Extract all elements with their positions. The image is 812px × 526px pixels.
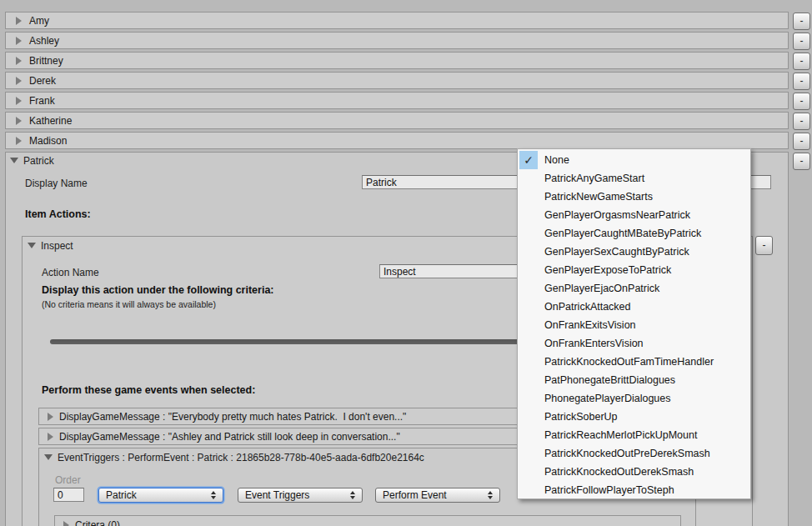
- menu-item[interactable]: OnFrankEntersVision: [518, 334, 750, 353]
- criteria-note: (No criteria means it will always be ava…: [42, 299, 216, 309]
- menu-item-label: GenPlayerCaughtMBateByPatrick: [544, 228, 701, 239]
- game-event-label: DisplayGameMessage : "Everybody pretty m…: [59, 411, 406, 423]
- remove-item-button[interactable]: -: [793, 153, 810, 170]
- remove-item-button[interactable]: -: [793, 33, 810, 50]
- menu-item[interactable]: PatrickKnockedOutDerekSmash: [518, 463, 750, 481]
- criteria-heading: Display this action under the following …: [42, 284, 274, 296]
- foldout-collapsed-icon: [48, 413, 53, 421]
- patrick-foldout-label[interactable]: Patrick: [23, 155, 54, 167]
- menu-item-label: OnFrankEntersVision: [544, 338, 644, 349]
- menu-item-label: GenPlayerEjacOnPatrick: [544, 283, 659, 294]
- foldout-collapsed-icon: [16, 37, 22, 45]
- menu-item-label: PatrickAnyGameStart: [544, 173, 644, 184]
- menu-item-label: GenPlayerOrgasmsNearPatrick: [544, 209, 690, 221]
- menu-item-label: PhonegatePlayerDialogues: [544, 393, 671, 404]
- foldout-label: Katherine: [29, 115, 72, 127]
- remove-item-button[interactable]: -: [793, 93, 810, 110]
- order-label: Order: [55, 474, 81, 486]
- menu-item-label: OnFrankExitsVision: [544, 319, 636, 331]
- foldout-collapsed-icon: [16, 97, 22, 105]
- remove-item-button[interactable]: -: [793, 73, 810, 90]
- foldout-collapsed-icon: [16, 57, 22, 65]
- foldout-row-katherine[interactable]: Katherine: [5, 112, 789, 129]
- target-dropdown[interactable]: Patrick: [98, 488, 223, 503]
- display-name-label: Display Name: [25, 178, 88, 189]
- menu-item[interactable]: GenPlayerOrgasmsNearPatrick: [518, 206, 750, 224]
- menu-item[interactable]: PatrickAnyGameStart: [518, 169, 750, 188]
- menu-item-label: GenPlayerExposeToPatrick: [544, 264, 671, 276]
- component-dropdown-value: Event Triggers: [245, 489, 350, 501]
- menu-item-label: PatPhonegateBrittDialogues: [544, 374, 675, 386]
- remove-item-button[interactable]: -: [793, 113, 810, 130]
- foldout-label: Frank: [29, 95, 55, 107]
- menu-item-label: None: [544, 154, 569, 166]
- foldout-expanded-icon[interactable]: [28, 243, 36, 248]
- foldout-collapsed-icon: [16, 77, 22, 85]
- menu-item[interactable]: PatrickKnockedOutPreDerekSmash: [518, 444, 750, 463]
- criteria-foldout-row[interactable]: Critera (0): [54, 515, 681, 526]
- menu-item-label: GenPlayerSexCaughtByPatrick: [544, 246, 689, 258]
- events-heading: Perform these game events when selected:: [42, 384, 255, 396]
- inspect-foldout-label[interactable]: Inspect: [41, 240, 73, 252]
- foldout-label: Brittney: [29, 55, 63, 67]
- foldout-row-madison[interactable]: Madison: [5, 132, 789, 149]
- menu-item[interactable]: OnPatrickAttacked: [518, 298, 750, 316]
- updown-arrows-icon: [350, 491, 355, 499]
- foldout-label: Ashley: [29, 35, 59, 47]
- menu-item[interactable]: GenPlayerCaughtMBateByPatrick: [518, 224, 750, 243]
- foldout-row-ashley[interactable]: Ashley: [5, 32, 789, 49]
- menu-item-label: PatrickKnockedOutDerekSmash: [544, 466, 694, 478]
- remove-item-button[interactable]: -: [793, 53, 810, 70]
- remove-item-button[interactable]: -: [793, 133, 810, 150]
- foldout-expanded-icon[interactable]: [44, 454, 53, 460]
- inspector-panel: Amy Ashley Brittney Derek Frank Katherin…: [0, 0, 812, 526]
- event-trigger-foldout-label[interactable]: EventTriggers : PerformEvent : Patrick :…: [58, 452, 424, 463]
- foldout-collapsed-icon: [48, 433, 53, 441]
- menu-item-none[interactable]: ✓ None: [518, 151, 750, 169]
- menu-item-label: PatrickKnockedOutPreDerekSmash: [544, 448, 710, 459]
- menu-item[interactable]: GenPlayerEjacOnPatrick: [518, 279, 750, 298]
- menu-item[interactable]: GenPlayerExposeToPatrick: [518, 261, 750, 279]
- foldout-row-brittney[interactable]: Brittney: [5, 52, 789, 69]
- menu-item[interactable]: PatrickSoberUp: [518, 408, 750, 426]
- menu-item-label: PatrickNewGameStarts: [544, 191, 653, 203]
- foldout-collapsed-icon: [16, 117, 22, 125]
- menu-item[interactable]: PatrickNewGameStarts: [518, 188, 750, 206]
- menu-item[interactable]: GenPlayerSexCaughtByPatrick: [518, 243, 750, 261]
- foldout-row-derek[interactable]: Derek: [5, 72, 789, 89]
- menu-item-label: PatrickSoberUp: [544, 411, 618, 423]
- menu-item[interactable]: OnFrankExitsVision: [518, 316, 750, 334]
- menu-item-label: PatrickReachMerlotPickUpMount: [544, 429, 697, 441]
- foldout-label: Amy: [29, 15, 49, 27]
- menu-item[interactable]: PhonegatePlayerDialogues: [518, 389, 750, 408]
- updown-arrows-icon: [211, 491, 216, 499]
- menu-item-label: PatrickKnockedOutFamTimeHandler: [544, 356, 714, 368]
- foldout-row-amy[interactable]: Amy: [5, 12, 789, 29]
- remove-item-button[interactable]: -: [793, 13, 810, 30]
- method-dropdown[interactable]: Perform Event: [375, 488, 500, 503]
- foldout-collapsed-icon: [16, 137, 22, 145]
- menu-item[interactable]: PatrickReachMerlotPickUpMount: [518, 426, 750, 444]
- menu-item[interactable]: PatrickFollowPlayerToSteph: [518, 481, 750, 499]
- order-field[interactable]: [53, 488, 84, 502]
- menu-item-label: OnPatrickAttacked: [544, 301, 631, 313]
- foldout-label: Madison: [29, 135, 67, 147]
- foldout-collapsed-icon: [63, 521, 69, 526]
- menu-item-label: PatrickFollowPlayerToSteph: [544, 484, 674, 496]
- foldout-row-frank[interactable]: Frank: [5, 92, 789, 109]
- action-name-label: Action Name: [42, 267, 99, 278]
- checkmark-icon: ✓: [519, 151, 538, 169]
- foldout-collapsed-icon: [16, 17, 22, 25]
- item-actions-heading: Item Actions:: [25, 208, 91, 220]
- method-dropdown-value: Perform Event: [383, 489, 488, 501]
- remove-action-button[interactable]: -: [755, 236, 773, 255]
- component-dropdown[interactable]: Event Triggers: [238, 488, 363, 503]
- game-event-label: DisplayGameMessage : "Ashley and Patrick…: [59, 431, 400, 443]
- foldout-label: Derek: [29, 75, 56, 87]
- game-event-context-menu: ✓ None PatrickAnyGameStart PatrickNewGam…: [517, 148, 751, 499]
- foldout-expanded-icon[interactable]: [10, 158, 18, 163]
- menu-item[interactable]: PatrickKnockedOutFamTimeHandler: [518, 353, 750, 371]
- updown-arrows-icon: [488, 491, 493, 499]
- menu-item[interactable]: PatPhonegateBrittDialogues: [518, 371, 750, 389]
- target-dropdown-value: Patrick: [106, 489, 211, 501]
